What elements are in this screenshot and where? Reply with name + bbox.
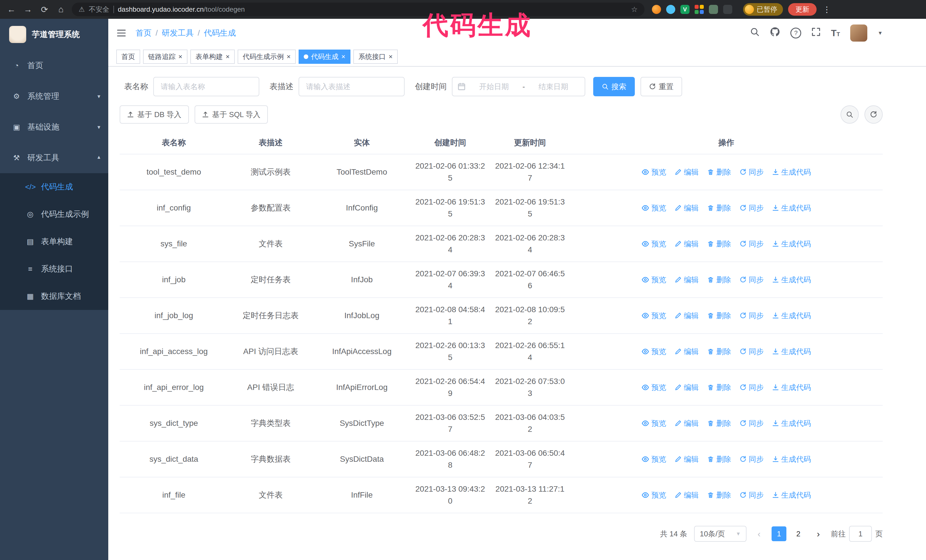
green-extension-icon[interactable]: [709, 5, 718, 14]
tab-close-icon[interactable]: ×: [389, 53, 393, 60]
profile-paused-badge[interactable]: 已暂停: [743, 3, 783, 16]
sidebar-item-system[interactable]: ⚙ 系统管理 ▾: [0, 81, 108, 112]
help-icon[interactable]: ?: [790, 28, 801, 38]
page-size-select[interactable]: 10条/页 ▼: [694, 526, 746, 542]
prev-page-icon[interactable]: ‹: [754, 529, 765, 539]
page-number-button[interactable]: 1: [772, 527, 787, 541]
sync-link[interactable]: 同步: [740, 309, 764, 322]
edit-link[interactable]: 编辑: [675, 309, 699, 322]
delete-link[interactable]: 删除: [707, 309, 731, 322]
search-icon[interactable]: [750, 27, 760, 39]
preview-link[interactable]: 预览: [642, 489, 666, 501]
sidebar-item-db-doc[interactable]: ▦ 数据库文档: [0, 282, 108, 310]
tab-close-icon[interactable]: ×: [341, 53, 345, 60]
generate-code-link[interactable]: 生成代码: [772, 346, 811, 358]
fox-extension-icon[interactable]: [652, 5, 661, 14]
tab[interactable]: 首页 ×: [116, 50, 140, 64]
preview-link[interactable]: 预览: [642, 238, 666, 250]
breadcrumb-label[interactable]: 首页: [136, 29, 151, 37]
delete-link[interactable]: 删除: [707, 346, 731, 358]
delete-link[interactable]: 删除: [707, 453, 731, 465]
drop-extension-icon[interactable]: [666, 5, 675, 14]
tab[interactable]: 链路追踪 ×: [143, 50, 188, 64]
delete-link[interactable]: 删除: [707, 489, 731, 501]
sync-link[interactable]: 同步: [740, 202, 764, 214]
toggle-search-button[interactable]: [841, 106, 859, 124]
delete-link[interactable]: 删除: [707, 381, 731, 393]
avatar[interactable]: [850, 24, 867, 42]
search-button[interactable]: 搜索: [593, 77, 635, 96]
preview-link[interactable]: 预览: [642, 309, 666, 322]
hamburger-icon[interactable]: [116, 28, 127, 38]
edit-link[interactable]: 编辑: [675, 489, 699, 501]
edit-link[interactable]: 编辑: [675, 202, 699, 214]
chevron-down-icon[interactable]: ▼: [878, 30, 883, 36]
preview-link[interactable]: 预览: [642, 346, 666, 358]
generate-code-link[interactable]: 生成代码: [772, 417, 811, 429]
sync-link[interactable]: 同步: [740, 166, 764, 178]
tab[interactable]: 代码生成 ×: [299, 50, 351, 64]
table-desc-input[interactable]: [299, 77, 405, 96]
tab[interactable]: 系统接口 ×: [353, 50, 398, 64]
generate-code-link[interactable]: 生成代码: [772, 309, 811, 322]
page-number-button[interactable]: 2: [791, 527, 806, 541]
generate-code-link[interactable]: 生成代码: [772, 238, 811, 250]
logo-row[interactable]: 芋道管理系统: [0, 19, 108, 50]
breadcrumb-item[interactable]: 代码生成/: [204, 28, 236, 38]
edit-link[interactable]: 编辑: [675, 238, 699, 250]
goto-page-input[interactable]: [849, 526, 872, 542]
tab[interactable]: 表单构建 ×: [190, 50, 235, 64]
sync-link[interactable]: 同步: [740, 489, 764, 501]
reload-icon[interactable]: ⟳: [39, 5, 50, 15]
sidebar-item-home[interactable]: ◔ 首页: [0, 50, 108, 81]
delete-link[interactable]: 删除: [707, 202, 731, 214]
browser-menu-icon[interactable]: ⋮: [823, 5, 831, 14]
generate-code-link[interactable]: 生成代码: [772, 166, 811, 178]
fullscreen-icon[interactable]: [811, 27, 820, 39]
preview-link[interactable]: 预览: [642, 202, 666, 214]
sync-link[interactable]: 同步: [740, 238, 764, 250]
import-db-button[interactable]: 基于 DB 导入: [120, 106, 189, 124]
end-date-placeholder[interactable]: 结束日期: [527, 82, 580, 92]
sync-link[interactable]: 同步: [740, 453, 764, 465]
vue-devtools-extension-icon[interactable]: V: [680, 5, 690, 14]
delete-link[interactable]: 删除: [707, 274, 731, 286]
refresh-table-button[interactable]: [864, 106, 883, 124]
breadcrumb-item[interactable]: 首页/: [136, 28, 162, 38]
edit-link[interactable]: 编辑: [675, 166, 699, 178]
generate-code-link[interactable]: 生成代码: [772, 489, 811, 501]
sync-link[interactable]: 同步: [740, 417, 764, 429]
puzzle-extension-icon[interactable]: [723, 5, 732, 14]
generate-code-link[interactable]: 生成代码: [772, 381, 811, 393]
address-bar[interactable]: ⚠ 不安全 dashboard.yudao.iocoder.cn/tool/co…: [72, 3, 645, 16]
edit-link[interactable]: 编辑: [675, 381, 699, 393]
date-range-picker[interactable]: 开始日期 - 结束日期: [452, 77, 585, 96]
generate-code-link[interactable]: 生成代码: [772, 202, 811, 214]
sync-link[interactable]: 同步: [740, 381, 764, 393]
edit-link[interactable]: 编辑: [675, 453, 699, 465]
reset-button[interactable]: 重置: [640, 77, 682, 96]
next-page-icon[interactable]: ›: [813, 529, 824, 539]
forward-icon[interactable]: →: [22, 5, 33, 14]
generate-code-link[interactable]: 生成代码: [772, 274, 811, 286]
tab-close-icon[interactable]: ×: [225, 53, 230, 60]
tab[interactable]: 代码生成示例 ×: [238, 50, 296, 64]
table-name-input[interactable]: [153, 77, 259, 96]
preview-link[interactable]: 预览: [642, 417, 666, 429]
sidebar-item-infra[interactable]: ▣ 基础设施 ▾: [0, 112, 108, 142]
delete-link[interactable]: 删除: [707, 166, 731, 178]
sidebar-item-api[interactable]: ≡ 系统接口: [0, 255, 108, 282]
delete-link[interactable]: 删除: [707, 238, 731, 250]
generate-code-link[interactable]: 生成代码: [772, 453, 811, 465]
sync-link[interactable]: 同步: [740, 346, 764, 358]
github-icon[interactable]: [770, 27, 780, 39]
edit-link[interactable]: 编辑: [675, 417, 699, 429]
sidebar-item-devtools[interactable]: ⚒ 研发工具 ▾: [0, 142, 108, 173]
edit-link[interactable]: 编辑: [675, 274, 699, 286]
breadcrumb-item[interactable]: 研发工具/: [162, 28, 204, 38]
home-icon[interactable]: ⌂: [55, 5, 67, 14]
sync-link[interactable]: 同步: [740, 274, 764, 286]
browser-update-button[interactable]: 更新: [788, 3, 817, 16]
tab-close-icon[interactable]: ×: [287, 53, 291, 60]
tab-close-icon[interactable]: ×: [179, 53, 182, 60]
